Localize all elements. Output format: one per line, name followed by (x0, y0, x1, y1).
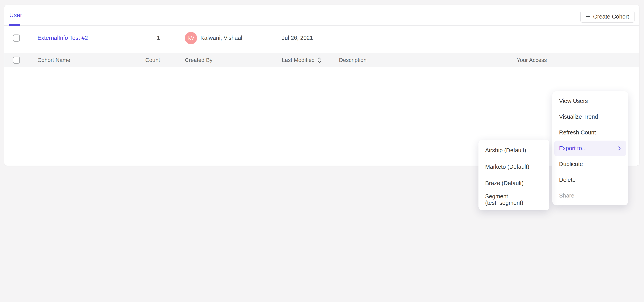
last-modified-label: Last Modified (282, 57, 315, 63)
avatar: KV (185, 32, 197, 44)
context-menu-item-label: Export to... (559, 145, 587, 152)
table-row[interactable]: ExternalInfo Test #2 1 KV Kalwani, Visha… (4, 26, 639, 50)
context-menu-item-label: View Users (559, 98, 588, 104)
active-tab-underline (9, 24, 20, 26)
tab-user[interactable]: User (9, 5, 22, 26)
column-header-cohort-name[interactable]: Cohort Name (38, 57, 140, 63)
export-submenu-item[interactable]: Braze (Default) (481, 175, 547, 192)
column-header-count[interactable]: Count (140, 57, 160, 63)
export-submenu-item-label: Airship (Default) (485, 147, 526, 154)
created-by-name: Kalwani, Vishaal (200, 35, 242, 41)
context-menu-item[interactable]: Duplicate (554, 156, 626, 172)
tabs-row: User + Create Cohort (4, 5, 639, 26)
cohort-name-link[interactable]: ExternalInfo Test #2 (38, 35, 88, 41)
context-menu-item-label: Refresh Count (559, 129, 596, 136)
export-submenu: Airship (Default) Marketo (Default) Braz… (478, 140, 550, 210)
export-submenu-item-label: Marketo (Default) (485, 164, 529, 170)
sort-desc-icon[interactable] (317, 57, 322, 64)
context-menu-item[interactable]: Visualize Trend (554, 109, 626, 125)
context-menu-item[interactable]: Export to... (554, 140, 626, 156)
table-header: Cohort Name Count Created By Last Modifi… (4, 53, 639, 67)
context-menu-item-label: Visualize Trend (559, 114, 598, 120)
chevron-right-icon (618, 146, 621, 151)
row-context-menu: View Users Visualize Trend Refresh Count… (552, 91, 628, 206)
export-submenu-item[interactable]: Marketo (Default) (481, 159, 547, 175)
context-menu-item[interactable]: Share (554, 188, 626, 204)
export-submenu-item-label: Braze (Default) (485, 180, 524, 186)
export-submenu-item-label: Segment (test_segment) (485, 193, 543, 206)
column-header-your-access[interactable]: Your Access (517, 57, 615, 63)
context-menu-item[interactable]: Delete (554, 172, 626, 188)
cohort-count: 1 (157, 35, 160, 41)
last-modified-value: Jul 26, 2021 (282, 35, 313, 41)
column-header-description[interactable]: Description (339, 57, 517, 63)
row-checkbox[interactable] (13, 34, 20, 42)
context-menu-item[interactable]: Refresh Count (554, 125, 626, 140)
select-all-checkbox[interactable] (13, 56, 20, 64)
create-cohort-label: Create Cohort (593, 14, 629, 20)
column-header-last-modified[interactable]: Last Modified (282, 57, 339, 64)
create-cohort-button[interactable]: + Create Cohort (580, 11, 634, 23)
column-header-created-by[interactable]: Created By (160, 57, 282, 63)
export-submenu-item[interactable]: Segment (test_segment) (481, 192, 547, 208)
context-menu-item-label: Delete (559, 177, 576, 183)
plus-icon: + (586, 12, 590, 20)
export-submenu-item[interactable]: Airship (Default) (481, 142, 547, 159)
context-menu-item-label: Duplicate (559, 161, 583, 167)
context-menu-item[interactable]: View Users (554, 93, 626, 109)
context-menu-item-label: Share (559, 192, 574, 199)
